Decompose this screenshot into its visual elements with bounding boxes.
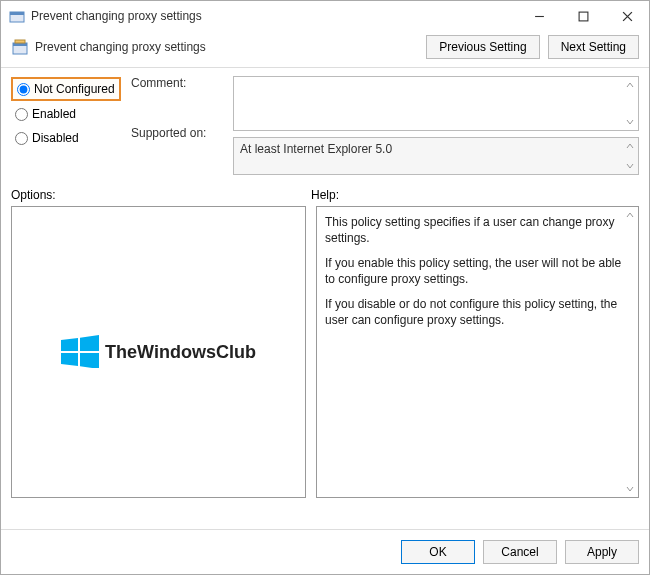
help-panel: This policy setting specifies if a user … [316,206,639,498]
panels-row: TheWindowsClub This policy setting speci… [1,206,649,506]
inputs-column: At least Internet Explorer 5.0 [233,76,639,176]
header-row: Prevent changing proxy settings Previous… [1,31,649,68]
cancel-button[interactable]: Cancel [483,540,557,564]
scroll-down-icon[interactable] [625,117,635,127]
policy-icon [11,38,29,56]
supported-value: At least Internet Explorer 5.0 [240,142,392,156]
radio-enabled[interactable]: Enabled [11,102,121,126]
scroll-up-icon[interactable] [625,80,635,90]
watermark-text: TheWindowsClub [105,342,256,363]
config-row: Not Configured Enabled Disabled Comment:… [1,68,649,184]
apply-button[interactable]: Apply [565,540,639,564]
radio-not-configured[interactable]: Not Configured [11,77,121,101]
svg-rect-2 [579,12,588,21]
scroll-down-icon[interactable] [625,484,635,494]
watermark-logo-icon [61,334,99,371]
options-label: Options: [11,188,311,202]
comment-textarea[interactable] [233,76,639,131]
options-panel: TheWindowsClub [11,206,306,498]
help-paragraph: This policy setting specifies if a user … [325,215,622,246]
radio-not-configured-input[interactable] [17,83,30,96]
svg-marker-7 [80,335,99,351]
help-paragraph: If you disable or do not configure this … [325,297,622,328]
supported-label: Supported on: [131,126,223,176]
radio-label: Not Configured [34,82,115,96]
titlebar: Prevent changing proxy settings [1,1,649,31]
labels-column: Comment: Supported on: [131,76,223,176]
window-title: Prevent changing proxy settings [31,9,517,23]
window-controls [517,1,649,31]
svg-marker-6 [61,338,78,351]
ok-button[interactable]: OK [401,540,475,564]
svg-marker-9 [80,353,99,368]
close-button[interactable] [605,1,649,31]
header-title: Prevent changing proxy settings [35,40,418,54]
footer: OK Cancel Apply [1,529,649,574]
app-icon [9,8,25,24]
scroll-down-icon[interactable] [625,161,635,171]
panel-labels: Options: Help: [1,184,649,206]
state-radio-group: Not Configured Enabled Disabled [11,76,121,176]
previous-setting-button[interactable]: Previous Setting [426,35,539,59]
watermark: TheWindowsClub [61,334,256,371]
radio-label: Disabled [32,131,79,145]
next-setting-button[interactable]: Next Setting [548,35,639,59]
scroll-up-icon[interactable] [625,141,635,151]
help-paragraph: If you enable this policy setting, the u… [325,256,622,287]
supported-textarea: At least Internet Explorer 5.0 [233,137,639,175]
radio-enabled-input[interactable] [15,108,28,121]
radio-disabled[interactable]: Disabled [11,126,121,150]
svg-rect-5 [15,40,25,43]
svg-rect-1 [10,12,24,15]
scroll-up-icon[interactable] [625,210,635,220]
radio-label: Enabled [32,107,76,121]
radio-disabled-input[interactable] [15,132,28,145]
svg-marker-8 [61,353,78,366]
comment-label: Comment: [131,76,223,126]
help-label: Help: [311,188,639,202]
minimize-button[interactable] [517,1,561,31]
maximize-button[interactable] [561,1,605,31]
